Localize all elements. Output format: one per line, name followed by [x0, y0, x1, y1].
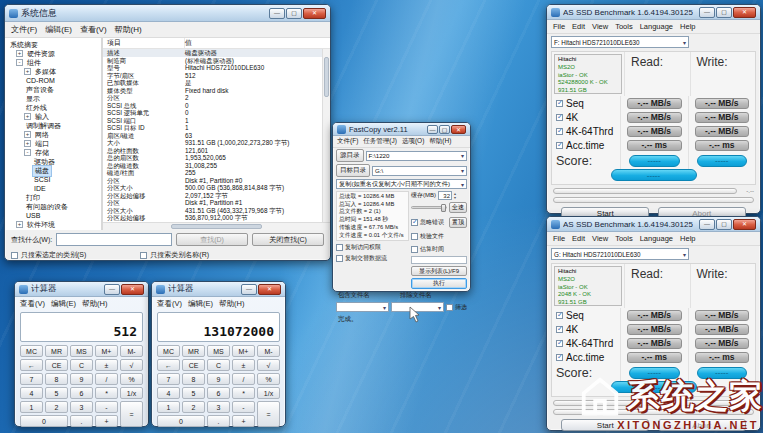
calc-key-4[interactable]: 4: [20, 387, 43, 399]
source-path-combo[interactable]: F:\1220 ▾: [366, 151, 468, 161]
tree-item[interactable]: 声音设备: [5, 85, 101, 94]
table-row[interactable]: SCSI 目标 ID1: [103, 124, 322, 132]
tree-item[interactable]: SCSI: [5, 175, 101, 184]
vertical-scrollbar[interactable]: [322, 49, 330, 222]
calc-key-6[interactable]: 6: [70, 387, 93, 399]
estimate-option[interactable]: 估算时间: [411, 245, 467, 254]
close-find-button[interactable]: 关闭查找(C): [252, 233, 324, 246]
tree-item[interactable]: +硬件资源: [5, 49, 101, 58]
calc-key-8[interactable]: 8: [182, 373, 205, 385]
find-button[interactable]: 查找(D): [176, 233, 248, 246]
maximize-button[interactable]: ▢: [286, 8, 302, 19]
calc-key-±[interactable]: ±: [232, 359, 255, 371]
table-row[interactable]: 描述磁盘驱动器: [103, 49, 322, 57]
checkbox-checked-icon[interactable]: [556, 326, 563, 333]
calc-key-=[interactable]: =: [120, 401, 143, 427]
dropdown-arrow-icon[interactable]: ▾: [438, 304, 441, 311]
minimize-button[interactable]: —: [269, 8, 285, 19]
copy-altstream-option[interactable]: 复制交替数据流: [336, 254, 409, 263]
dropdown-arrow-icon[interactable]: ▾: [461, 167, 464, 174]
checkbox-checked-icon[interactable]: [556, 354, 563, 361]
table-row[interactable]: 分区起始偏移536,870,912,000 字节: [103, 214, 322, 222]
menu-item[interactable]: 编辑(E): [188, 299, 213, 309]
column-header-value[interactable]: 值: [185, 38, 192, 48]
minimize-button[interactable]: —: [104, 284, 120, 295]
dropdown-arrow-icon[interactable]: ▾: [461, 181, 464, 188]
buffer-input[interactable]: 32: [438, 191, 452, 200]
scrollbar-thumb[interactable]: [324, 57, 329, 97]
copy-mode-combo[interactable]: 复制(如重名仅复制大小/日期不同的文件) ▾: [336, 179, 467, 189]
calc-key-MR[interactable]: MR: [45, 345, 68, 357]
spinner-icon[interactable]: ▴▾: [454, 192, 456, 200]
checkbox-icon[interactable]: [11, 252, 18, 259]
expand-icon[interactable]: +: [16, 221, 23, 228]
calc-key-MR[interactable]: MR: [182, 345, 205, 357]
title-bar[interactable]: FastCopy ver2.11 — ▢ ✕: [333, 123, 470, 136]
collapse-icon[interactable]: -: [24, 149, 31, 156]
expand-icon[interactable]: +: [24, 131, 31, 138]
tree-item[interactable]: +网络: [5, 130, 101, 139]
calc-key-7[interactable]: 7: [20, 373, 43, 385]
table-row[interactable]: 大小931.51 GB (1,000,202,273,280 字节): [103, 139, 322, 147]
table-row[interactable]: 分区Disk #1, Partition #1: [103, 199, 322, 207]
calc-key-CE[interactable]: CE: [182, 359, 205, 371]
table-row[interactable]: 分区Disk #1, Partition #0: [103, 177, 322, 185]
tree-item[interactable]: +软件环境: [5, 220, 101, 229]
maximize-button[interactable]: ▢: [439, 125, 450, 134]
close-button[interactable]: ✕: [121, 284, 144, 295]
calc-key-6[interactable]: 6: [207, 387, 230, 399]
title-bar[interactable]: AS SSD Benchmark 1.6.4194.30125 — ▢ ✕: [547, 5, 760, 20]
calc-key-C[interactable]: C: [207, 359, 230, 371]
source-dir-button[interactable]: 源目录: [336, 149, 364, 162]
tree-item[interactable]: 驱动器: [5, 157, 101, 166]
search-input[interactable]: [56, 233, 172, 246]
menu-item[interactable]: 任务管理(J): [363, 137, 397, 146]
calc-key-±[interactable]: ±: [95, 359, 118, 371]
calc-key-1/x[interactable]: 1/x: [120, 387, 143, 399]
calc-key-2[interactable]: 2: [182, 401, 205, 413]
menu-item[interactable]: 查看(V): [80, 24, 107, 35]
menu-item[interactable]: Help: [680, 234, 695, 243]
menu-item[interactable]: 选项(O): [402, 137, 424, 146]
checkbox-checked-icon[interactable]: [556, 340, 563, 347]
table-row[interactable]: 制造商(标准磁盘驱动器): [103, 57, 322, 65]
calc-key-√[interactable]: √: [120, 359, 143, 371]
tree-item[interactable]: 有问题的设备: [5, 202, 101, 211]
calc-key--[interactable]: -: [95, 401, 118, 413]
calc-key-7[interactable]: 7: [157, 373, 180, 385]
menu-item[interactable]: Tools: [615, 22, 633, 31]
close-button[interactable]: ✕: [303, 8, 326, 19]
checkbox-checked-icon[interactable]: [556, 142, 563, 149]
checkbox-checked-icon[interactable]: [556, 128, 563, 135]
checkbox-icon[interactable]: [336, 255, 343, 262]
title-bar[interactable]: 计算器 — ✕: [15, 282, 148, 297]
checkbox-icon[interactable]: [411, 246, 418, 253]
calc-key-/[interactable]: /: [95, 373, 118, 385]
checkbox-checked-icon[interactable]: [411, 219, 418, 226]
horizontal-scrollbar[interactable]: [103, 222, 330, 230]
checkbox-checked-icon[interactable]: [556, 114, 563, 121]
calc-key-MS[interactable]: MS: [70, 345, 93, 357]
calc-key--[interactable]: -: [232, 401, 255, 413]
verify-option[interactable]: 校验文件: [411, 232, 467, 241]
expand-icon[interactable]: +: [24, 113, 31, 120]
top-most-button[interactable]: 置顶: [449, 217, 467, 228]
calc-key-%[interactable]: %: [120, 373, 143, 385]
tree-item[interactable]: 红外线: [5, 103, 101, 112]
checkbox-icon[interactable]: [411, 233, 418, 240]
dest-path-combo[interactable]: G:\ ▾: [372, 166, 467, 176]
table-row[interactable]: 总的扇区数1,953,520,065: [103, 154, 322, 162]
collapse-icon[interactable]: -: [16, 59, 23, 66]
execute-button[interactable]: 执行: [411, 278, 467, 289]
minimize-button[interactable]: —: [427, 125, 438, 134]
menu-item[interactable]: 文件(F): [11, 24, 37, 35]
minimize-button[interactable]: —: [241, 284, 257, 295]
table-row[interactable]: 媒体类型Fixed hard disk: [103, 87, 322, 95]
close-button[interactable]: ✕: [451, 125, 466, 134]
calc-key-M-[interactable]: M-: [257, 345, 280, 357]
checkbox-icon[interactable]: [140, 252, 147, 259]
menu-item[interactable]: 帮助(H): [115, 24, 142, 35]
close-button[interactable]: ✕: [258, 284, 281, 295]
calc-key-*[interactable]: *: [95, 387, 118, 399]
tree-item[interactable]: 磁盘: [5, 166, 101, 175]
